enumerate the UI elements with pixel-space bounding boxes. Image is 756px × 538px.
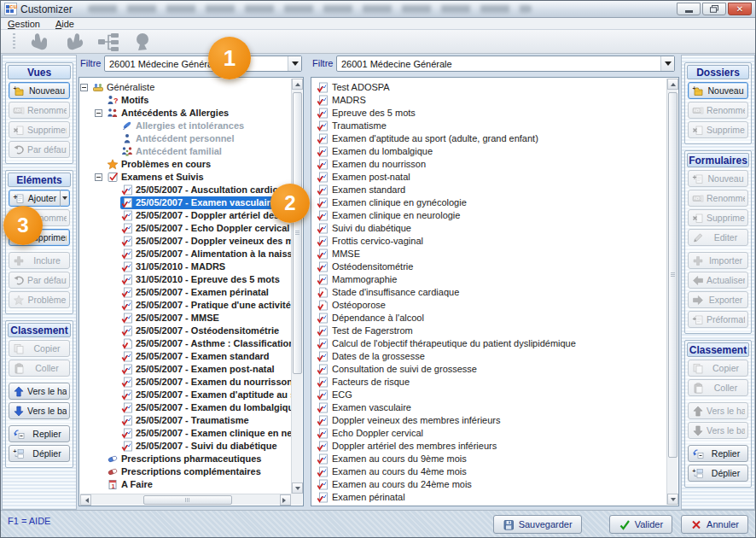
chevron-down-icon[interactable]: [288, 56, 301, 71]
supprimer-button[interactable]: Supprimer: [9, 121, 70, 138]
tree-item-content[interactable]: 25/05/2007 - Examen post-natal: [120, 363, 277, 376]
nouveau-button[interactable]: +Nouveau: [9, 82, 70, 99]
tree-item-content[interactable]: 25/05/2007 - Examen standard: [120, 350, 272, 363]
exporter-button[interactable]: Exporter: [688, 291, 748, 308]
tree-item-content[interactable]: Antécédent familial: [120, 145, 224, 158]
tree-item-content[interactable]: Antécédent personnel: [120, 132, 237, 145]
tree-item-25-05-2007-mmse[interactable]: 25/05/2007 - MMSE: [79, 312, 291, 325]
minimize-button[interactable]: [677, 3, 701, 15]
list-item-osteodensitometrie[interactable]: Ostéodensitométrie: [311, 260, 666, 273]
scroll-down-arrow[interactable]: [292, 482, 303, 494]
collapse-expander-icon[interactable]: [95, 109, 102, 117]
renommer-button[interactable]: ABCRenommer: [9, 102, 70, 119]
list-item-examen-du-nourrisson[interactable]: Examen du nourrisson: [311, 158, 666, 171]
tree-horizontal-scrollbar[interactable]: [80, 494, 291, 505]
tree-item-allergies-et-intolerances[interactable]: Allergies et intolérances: [79, 120, 291, 132]
tree-item-25-05-2007-asthme-classification-et[interactable]: 25/05/2007 - Asthme : Classification et: [79, 337, 291, 350]
list-item-examen-au-cours-du-4eme-mois[interactable]: Examen au cours du 4ème mois: [311, 465, 666, 478]
vers-le-bas-button[interactable]: Vers le bas: [9, 402, 70, 419]
tree-item-antecedent-personnel[interactable]: Antécédent personnel: [79, 132, 291, 145]
list-item-mammographie[interactable]: Mammographie: [311, 273, 666, 286]
tree-item-content[interactable]: 25/05/2007 - Pratique d'une activité phy: [120, 299, 291, 312]
inclure-button[interactable]: Inclure: [9, 252, 70, 269]
tree-item-content[interactable]: 25/05/2007 - Examen du nourrisson: [120, 376, 291, 389]
tree-item-content[interactable]: 25/05/2007 - Auscultation cardio-pu: [120, 184, 291, 196]
list-item-epreuve-des-5-mots[interactable]: Epreuve des 5 mots: [311, 107, 666, 120]
list-item-echo-doppler-cervical[interactable]: Echo Doppler cervical: [311, 427, 666, 440]
tree-item-content[interactable]: 31/05/2010 - MADRS: [120, 260, 228, 273]
tree-item-antecedent-familial[interactable]: Antécédent familial: [79, 145, 291, 158]
vers-le-bas-button[interactable]: Vers le bas: [688, 422, 748, 439]
list-item-examen-au-cours-du-9eme-mois[interactable]: Examen au cours du 9ème mois: [311, 453, 666, 465]
close-button[interactable]: ✕: [728, 3, 752, 15]
list-item-test-adospa[interactable]: Test ADOSPA: [311, 81, 666, 94]
hierarchy-icon[interactable]: [97, 32, 119, 52]
nouveau-button[interactable]: +Nouveau: [688, 170, 748, 187]
stamp-icon[interactable]: [131, 32, 154, 52]
tree-item-motifs[interactable]: ?Motifs: [79, 94, 291, 107]
tree-item-25-05-2007-suivi-du-diabetique[interactable]: 25/05/2007 - Suivi du diabétique: [79, 440, 291, 453]
scroll-right-arrow[interactable]: [280, 494, 291, 506]
list-item-frottis-cervico-vaginal[interactable]: Frottis cervico-vaginal: [311, 235, 666, 248]
list-item-facteurs-de-risque[interactable]: Facteurs de risque: [311, 376, 666, 389]
tree-item-content[interactable]: 1A Faire: [106, 478, 155, 491]
tree-item-content[interactable]: 25/05/2007 - Alimentation à la naissanc: [120, 248, 291, 260]
par-defaut-button[interactable]: Par défaut: [9, 141, 70, 158]
hand-left-icon[interactable]: [29, 32, 51, 52]
replier-button[interactable]: Replier: [688, 445, 748, 462]
tree-item-25-05-2007-examen-clinique-en-neurol[interactable]: 25/05/2007 - Examen clinique en neurol: [79, 427, 291, 440]
vers-le-haut-button[interactable]: Vers le haut: [688, 402, 748, 419]
tree-vertical-scrollbar[interactable]: [291, 79, 302, 494]
editer-button[interactable]: Editer: [688, 229, 748, 246]
annuler-button[interactable]: Annuler: [681, 515, 748, 534]
copier-button[interactable]: Copier: [9, 340, 70, 357]
tree-item-content[interactable]: Antécédents & Allergies: [106, 107, 231, 120]
tree-item-25-05-2007-traumatisme[interactable]: 25/05/2007 - Traumatisme: [79, 414, 291, 427]
list-item-dependance-a-l-alcool[interactable]: Dépendance à l'alcool: [311, 312, 666, 325]
tree-item-prescriptions-complementaires[interactable]: Prescriptions complémentaires: [79, 465, 291, 478]
probleme-button[interactable]: Problème: [9, 291, 70, 308]
list-item-examen-perinatal[interactable]: Examen périnatal: [311, 491, 666, 504]
replier-button[interactable]: Replier: [9, 425, 70, 442]
scroll-down-arrow[interactable]: [667, 494, 678, 505]
tree-item-content[interactable]: Allergies et intolérances: [120, 120, 247, 132]
tree-item-25-05-2007-pratique-d-une-activite-phy[interactable]: 25/05/2007 - Pratique d'une activité phy: [79, 299, 291, 312]
deplier-button[interactable]: +Déplier: [688, 465, 748, 482]
tree-item-content[interactable]: Problèmes en cours: [106, 158, 213, 171]
list-item-calcul-de-l-objectif-therapeutique-du-patient-dyslipidemique[interactable]: Calcul de l'objectif thérapeutique du pa…: [311, 337, 666, 350]
tree-item-prescriptions-pharmaceutiques[interactable]: Prescriptions pharmaceutiques: [79, 453, 291, 465]
tree-item-25-05-2007-alimentation-a-la-naissanc[interactable]: 25/05/2007 - Alimentation à la naissanc: [79, 248, 291, 260]
list-item-consultation-de-suivi-de-grossesse[interactable]: Consultation de suivi de grossesse: [311, 363, 666, 376]
list-item-traumatisme[interactable]: Traumatisme: [311, 120, 666, 132]
tree-item-content[interactable]: 25/05/2007 - Doppler artériel des me: [120, 209, 291, 222]
list-item-ecg[interactable]: ECG: [311, 389, 666, 401]
scroll-left-arrow[interactable]: [80, 494, 91, 506]
list-item-madrs[interactable]: MADRS: [311, 94, 666, 107]
tree-item-antecedents-allergies[interactable]: Antécédents & Allergies: [79, 107, 291, 120]
tree-item-content[interactable]: 25/05/2007 - Examen clinique en neurol: [120, 427, 291, 440]
dropdown-arrow-icon[interactable]: [60, 190, 69, 207]
tree-item-content[interactable]: 25/05/2007 - Doppler veineux des mem: [120, 235, 291, 248]
tree-item-25-05-2007-doppler-arteriel-des-me[interactable]: 25/05/2007 - Doppler artériel des me: [79, 209, 291, 222]
tree-item-25-05-2007-auscultation-cardio-pu[interactable]: 25/05/2007 - Auscultation cardio-pu: [79, 184, 291, 196]
sauvegarder-button[interactable]: Sauvegarder: [493, 515, 582, 534]
actualiser-button[interactable]: Actualiser: [688, 272, 748, 289]
titlebar[interactable]: cu Customizer ✕: [1, 1, 755, 18]
list-item-examen-clinique-en-neurologie[interactable]: Examen clinique en neurologie: [311, 209, 666, 222]
tree-item-25-05-2007-osteodensitometrie[interactable]: 25/05/2007 - Ostéodensitométrie: [79, 325, 291, 337]
tree-item-25-05-2007-examen-d-aptitude-au-spo[interactable]: 25/05/2007 - Examen d'aptitude au spo: [79, 389, 291, 401]
tree-item-31-05-2010-madrs[interactable]: 31/05/2010 - MADRS: [79, 260, 291, 273]
list-item-examen-post-natal[interactable]: Examen post-natal: [311, 171, 666, 184]
list-item-examen-du-lombalgique[interactable]: Examen du lombalgique: [311, 145, 666, 158]
tree-item-content[interactable]: 25/05/2007 - Asthme : Classification et: [120, 337, 291, 350]
list-item-examen-clinique-en-gynecologie[interactable]: Examen clinique en gynécologie: [311, 196, 666, 209]
scroll-thumb[interactable]: [143, 495, 232, 505]
tree-item-25-05-2007-echo-doppler-cervical[interactable]: 25/05/2007 - Echo Doppler cervical: [79, 222, 291, 235]
scroll-up-arrow[interactable]: [667, 79, 678, 90]
tree-item-content[interactable]: 25/05/2007 - Traumatisme: [120, 414, 252, 427]
list-vertical-scrollbar[interactable]: [666, 79, 677, 505]
nouveau-button[interactable]: +Nouveau: [688, 82, 748, 99]
importer-button[interactable]: Importer: [688, 252, 748, 269]
tree-item-content[interactable]: 25/05/2007 - Examen du lombalgique: [120, 401, 291, 414]
tree-item-content[interactable]: 25/05/2007 - Examen périnatal: [120, 286, 271, 299]
